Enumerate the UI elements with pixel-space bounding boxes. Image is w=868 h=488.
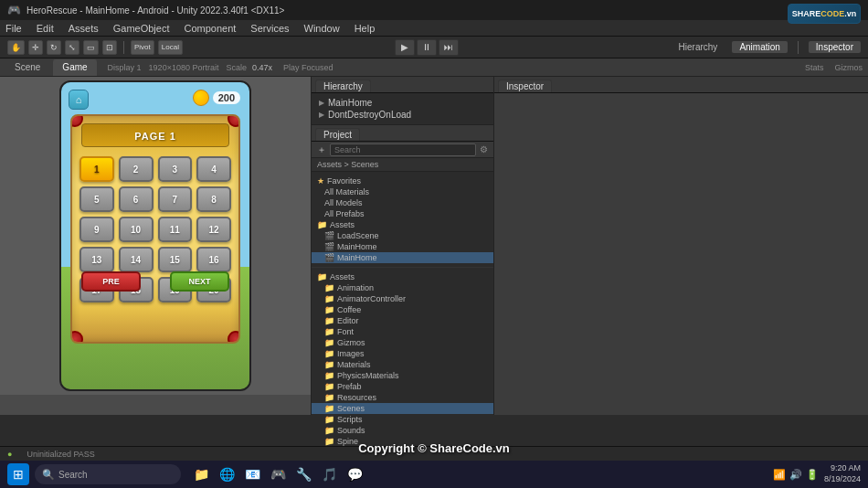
scale-value: 0.47x <box>252 63 272 72</box>
tab-project[interactable]: Project <box>315 128 360 141</box>
folder-gizmos[interactable]: 📁 Gizmos <box>312 337 493 348</box>
folder-editor[interactable]: 📁 Editor <box>312 315 493 326</box>
home-button[interactable]: ⌂ <box>69 90 89 110</box>
pivot-toggle[interactable]: Pivot <box>131 40 154 55</box>
level-btn-11[interactable]: 11 <box>158 217 193 242</box>
pre-button[interactable]: PRE <box>81 271 141 292</box>
level-btn-2[interactable]: 2 <box>119 156 153 182</box>
rect-tool[interactable]: ▭ <box>83 40 99 55</box>
pause-button[interactable]: ⏸ <box>417 39 437 56</box>
step-button[interactable]: ⏭ <box>439 39 459 56</box>
folder-animatorcontroller[interactable]: 📁 AnimatorController <box>312 293 493 304</box>
menu-services[interactable]: Services <box>250 23 289 34</box>
menu-edit[interactable]: Edit <box>37 23 54 34</box>
resolution-selector[interactable]: 1920×1080 Portrait <box>149 63 219 72</box>
next-button[interactable]: NEXT <box>170 271 229 292</box>
play-button[interactable]: ▶ <box>395 39 415 56</box>
folder-font[interactable]: 📁 Font <box>312 326 493 337</box>
menu-window[interactable]: Window <box>304 23 340 34</box>
assets-sub-section[interactable]: 📁 Assets <box>312 271 493 282</box>
local-toggle[interactable]: Local <box>158 40 183 55</box>
level-btn-12[interactable]: 12 <box>196 217 231 242</box>
stats-btn[interactable]: Stats <box>805 63 824 72</box>
level-btn-6[interactable]: 6 <box>119 186 153 212</box>
menu-help[interactable]: Help <box>355 23 376 34</box>
folder-sounds[interactable]: 📁 Sounds <box>312 425 493 436</box>
menu-component[interactable]: Component <box>184 23 236 34</box>
tab-scene[interactable]: Scene <box>5 59 49 76</box>
play-focused[interactable]: Play Focused <box>283 63 333 72</box>
taskbar-icon-4[interactable]: 🎮 <box>267 463 289 485</box>
transform-tool[interactable]: ⊡ <box>102 40 117 55</box>
scene-mainhome-1[interactable]: 🎬 MainHome <box>312 241 493 252</box>
move-tool[interactable]: ✛ <box>28 40 43 55</box>
taskbar-icon-6[interactable]: 🎵 <box>318 463 340 485</box>
level-btn-16[interactable]: 16 <box>196 247 231 272</box>
tab-inspector[interactable]: Inspector <box>498 80 552 92</box>
tab-inspector-top[interactable]: Inspector <box>809 41 861 53</box>
project-settings-icon[interactable]: ⚙ <box>480 144 488 154</box>
folder-images[interactable]: 📁 Images <box>312 348 493 359</box>
date-display: 8/19/2024 <box>824 474 861 485</box>
folder-scripts[interactable]: 📁 Scripts <box>312 414 493 425</box>
tab-game[interactable]: Game <box>53 59 96 76</box>
time-display: 9:20 AM <box>824 463 861 474</box>
taskbar-icon-1[interactable]: 📁 <box>190 463 212 485</box>
level-btn-9[interactable]: 9 <box>79 217 114 242</box>
folder-prefab[interactable]: 📁 Prefab <box>312 381 493 392</box>
hand-tool[interactable]: ✋ <box>7 40 25 55</box>
scene-loadscene[interactable]: 🎬 LoadScene <box>312 230 493 241</box>
tab-hierarchy-top[interactable]: Hierarchy <box>672 41 725 53</box>
level-btn-5[interactable]: 5 <box>79 186 114 212</box>
level-btn-8[interactable]: 8 <box>196 186 231 212</box>
scene-mainhome-2[interactable]: 🎬 MainHome <box>312 252 493 263</box>
assets-section[interactable]: 📁 Assets <box>312 219 493 230</box>
folder-materials[interactable]: 📁 Materials <box>312 359 493 370</box>
menu-gameobject[interactable]: GameObject <box>113 23 170 34</box>
folder-tree: ★ Favorites All Materials All Models All… <box>312 172 493 488</box>
tab-animation-top[interactable]: Animation <box>732 41 787 53</box>
level-btn-10[interactable]: 10 <box>119 217 153 242</box>
project-tabs: Project <box>312 125 493 142</box>
all-prefabs[interactable]: All Prefabs <box>312 208 493 219</box>
tab-hierarchy[interactable]: Hierarchy <box>315 80 371 92</box>
menu-assets[interactable]: Assets <box>69 23 99 34</box>
all-materials[interactable]: All Materials <box>312 186 493 197</box>
titlebar-left: 🎮 HeroRescue - MainHome - Android - Unit… <box>7 4 284 16</box>
level-btn-4[interactable]: 4 <box>196 156 231 182</box>
gizmos-btn[interactable]: Gizmos <box>834 63 863 72</box>
level-btn-3[interactable]: 3 <box>158 156 193 182</box>
start-button[interactable]: ⊞ <box>7 463 29 485</box>
sys-icons: 📶 🔊 🔋 <box>773 469 819 481</box>
level-btn-13[interactable]: 13 <box>79 247 114 272</box>
menu-file[interactable]: File <box>5 23 22 34</box>
folder-scenes[interactable]: 📁 Scenes <box>312 403 493 414</box>
rotate-tool[interactable]: ↻ <box>47 40 61 55</box>
folder-coffee[interactable]: 📁 Coffee <box>312 304 493 315</box>
folder-resources[interactable]: 📁 Resources <box>312 392 493 403</box>
taskbar-icon-7[interactable]: 💬 <box>344 463 365 485</box>
plus-icon[interactable]: ＋ <box>317 143 326 156</box>
hierarchy-item-dontdestroy[interactable]: ▶ DontDestroyOnLoad <box>312 109 493 121</box>
level-btn-1[interactable]: 1 <box>79 156 114 182</box>
taskbar-search[interactable]: 🔍 Search <box>35 464 181 484</box>
titlebar: 🎮 HeroRescue - MainHome - Android - Unit… <box>0 0 868 20</box>
folder-animation[interactable]: 📁 Animation <box>312 282 493 293</box>
project-search[interactable] <box>330 143 476 156</box>
folder-physicsmaterials[interactable]: 📁 PhysicsMaterials <box>312 370 493 381</box>
display-selector[interactable]: Display 1 <box>108 63 142 72</box>
taskbar-icon-2[interactable]: 🌐 <box>216 463 238 485</box>
scale-tool[interactable]: ⤡ <box>65 40 79 55</box>
hierarchy-item-mainhome[interactable]: ▶ MainHome <box>312 97 493 109</box>
all-models[interactable]: All Models <box>312 197 493 208</box>
hierarchy-content: ▶ MainHome ▶ DontDestroyOnLoad <box>312 93 493 124</box>
logo-text: SHARECODE.vn <box>792 9 857 18</box>
level-btn-7[interactable]: 7 <box>158 186 193 212</box>
scene-icon-3: 🎬 <box>324 253 334 262</box>
menubar: File Edit Assets GameObject Component Se… <box>0 20 868 37</box>
taskbar-icon-3[interactable]: 📧 <box>241 463 263 485</box>
taskbar-icon-5[interactable]: 🔧 <box>292 463 314 485</box>
level-btn-15[interactable]: 15 <box>158 247 193 272</box>
favorites-section[interactable]: ★ Favorites <box>312 175 493 186</box>
level-btn-14[interactable]: 14 <box>119 247 153 272</box>
